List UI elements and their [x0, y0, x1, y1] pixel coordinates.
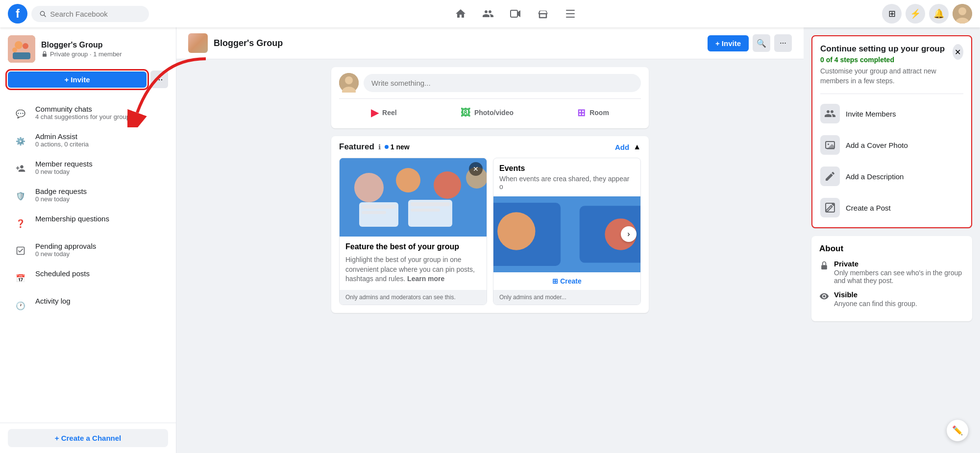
setup-step-description[interactable]: Add a Description: [812, 161, 971, 192]
featured-add-button[interactable]: Add: [615, 143, 629, 151]
events-create-button[interactable]: ⊞ Create: [493, 272, 640, 290]
sidebar-item-badge-requests[interactable]: 🛡️ Badge requests 0 new today: [4, 182, 172, 210]
setup-card-header: Continue setting up your group 0 of 4 st…: [812, 36, 971, 94]
learn-more-link[interactable]: Learn more: [407, 275, 444, 283]
user-avatar[interactable]: [953, 4, 972, 24]
sidebar-footer: + Create a Channel: [0, 423, 176, 453]
scheduled-posts-icon: 📅: [12, 269, 29, 287]
sidebar-group-info: Blogger's Group Private group · 1 member: [41, 41, 122, 58]
events-card-header: Events When events are crea shared, they…: [493, 158, 640, 196]
invite-button[interactable]: + Invite: [8, 72, 147, 88]
topbar-left: f: [8, 4, 149, 24]
featured-card-1-title: Feature the best of your group: [345, 242, 481, 251]
apps-button[interactable]: ⊞: [882, 4, 902, 24]
sidebar-item-membership-questions[interactable]: ❓ Membership questions: [4, 210, 172, 237]
sidebar-item-activity-log[interactable]: 🕐 Activity log: [4, 292, 172, 319]
featured-section: Featured ℹ 1 new Add ▲: [331, 136, 649, 313]
reel-icon: ▶: [371, 107, 378, 119]
nav-video-button[interactable]: [504, 2, 527, 25]
svg-rect-28: [411, 202, 450, 206]
reel-button[interactable]: ▶ Reel: [363, 103, 405, 122]
featured-cards: ✕ Feature the best of your group Highlig…: [331, 158, 649, 313]
notifications-button[interactable]: 🔔: [929, 4, 949, 24]
svg-rect-13: [13, 52, 30, 59]
setup-desc: Customise your group and attract new mem…: [820, 67, 953, 86]
header-invite-button[interactable]: + Invite: [708, 35, 749, 51]
svg-rect-27: [362, 211, 386, 214]
community-chats-icon: 💬: [12, 105, 29, 122]
setup-step-cover-photo[interactable]: Add a Cover Photo: [812, 129, 971, 161]
events-next-button[interactable]: ›: [621, 226, 637, 242]
search-input[interactable]: [50, 10, 141, 18]
featured-card-1-footer: Only admins and moderators can see this.: [340, 290, 487, 305]
svg-rect-29: [411, 209, 440, 212]
sidebar-item-member-requests[interactable]: Member requests 0 new today: [4, 155, 172, 182]
header-more-button[interactable]: ···: [774, 34, 792, 52]
nav-menu-button[interactable]: [559, 2, 582, 25]
floating-edit-button[interactable]: ✏️: [947, 420, 968, 441]
svg-rect-26: [362, 205, 396, 209]
new-dot: [385, 145, 389, 149]
setup-steps: Invite Members Add a Cover Photo Add a D…: [812, 94, 971, 227]
sidebar-item-community-chats[interactable]: 💬 Community chats 4 chat suggestions for…: [4, 100, 172, 127]
post-actions: ▶ Reel 🖼 Photo/video ⊞ Room: [339, 98, 641, 122]
svg-line-1: [44, 15, 46, 17]
sidebar-group-header: Blogger's Group Private group · 1 member: [0, 27, 176, 71]
sidebar-item-pending-approvals[interactable]: Pending approvals 0 new today: [4, 237, 172, 264]
setup-step-create-post[interactable]: Create a Post: [812, 192, 971, 223]
nav-home-button[interactable]: [449, 2, 472, 25]
create-channel-button[interactable]: + Create a Channel: [8, 429, 168, 447]
about-visible-text: Visible Anyone can find this group.: [834, 290, 917, 308]
featured-collapse-button[interactable]: ▲: [633, 143, 641, 151]
group-header-avatar: [188, 33, 208, 53]
create-post-icon: [820, 198, 840, 217]
sidebar-item-admin-assist[interactable]: ⚙️ Admin Assist 0 actions, 0 criteria: [4, 127, 172, 155]
member-requests-icon: [12, 160, 29, 177]
activity-log-icon: 🕐: [12, 297, 29, 314]
setup-step-invite[interactable]: Invite Members: [812, 98, 971, 129]
about-card: About Private Only members can see who's…: [811, 236, 972, 321]
nav-friends-button[interactable]: [476, 2, 500, 25]
featured-card-close-button[interactable]: ✕: [469, 162, 483, 176]
scheduled-posts-text: Scheduled posts: [35, 269, 90, 278]
cover-photo-label: Add a Cover Photo: [846, 141, 908, 149]
facebook-logo[interactable]: f: [8, 4, 27, 24]
svg-point-10: [15, 41, 23, 49]
group-avatar: [8, 35, 35, 63]
events-card-img: ›: [493, 196, 640, 272]
setup-card-header-text: Continue setting up your group 0 of 4 st…: [820, 44, 953, 86]
group-header-bar: Blogger's Group + Invite 🔍 ···: [176, 27, 804, 59]
post-input-row: [339, 73, 641, 93]
setup-title: Continue setting up your group: [820, 44, 953, 54]
svg-point-22: [434, 171, 461, 199]
nav-marketplace-button[interactable]: [531, 2, 555, 25]
pending-approvals-icon: [12, 242, 29, 260]
topbar: f ⊞ ⚡ 🔔: [0, 0, 980, 27]
setup-close-button[interactable]: ✕: [953, 44, 963, 60]
description-label: Add a Description: [846, 172, 904, 181]
svg-point-12: [12, 48, 17, 52]
featured-new: 1 new: [385, 143, 410, 151]
svg-rect-4: [566, 13, 575, 14]
post-input[interactable]: [364, 74, 641, 92]
header-search-button[interactable]: 🔍: [753, 34, 770, 52]
group-header-right: + Invite 🔍 ···: [708, 34, 792, 52]
about-title: About: [819, 244, 964, 254]
group-avatar-img: [8, 35, 35, 63]
group-name: Blogger's Group: [41, 41, 122, 49]
svg-rect-5: [566, 17, 575, 18]
invite-members-icon: [820, 104, 840, 123]
svg-point-11: [23, 43, 28, 49]
group-meta: Private group · 1 member: [41, 50, 122, 58]
about-item-private: Private Only members can see who's in th…: [819, 260, 964, 285]
featured-card-1-desc: Highlight the best of your group in one …: [345, 255, 481, 284]
featured-card-1-img: ✕: [340, 158, 487, 237]
sidebar-item-scheduled-posts[interactable]: 📅 Scheduled posts: [4, 264, 172, 292]
invite-section: + Invite ···: [0, 71, 176, 96]
room-button[interactable]: ⊞ Room: [569, 103, 617, 122]
messenger-button[interactable]: ⚡: [906, 4, 925, 24]
community-chats-text: Community chats 4 chat suggestions for y…: [35, 105, 130, 120]
more-button[interactable]: ···: [150, 71, 168, 88]
search-bar[interactable]: [31, 6, 149, 22]
photo-video-button[interactable]: 🖼 Photo/video: [453, 103, 521, 122]
